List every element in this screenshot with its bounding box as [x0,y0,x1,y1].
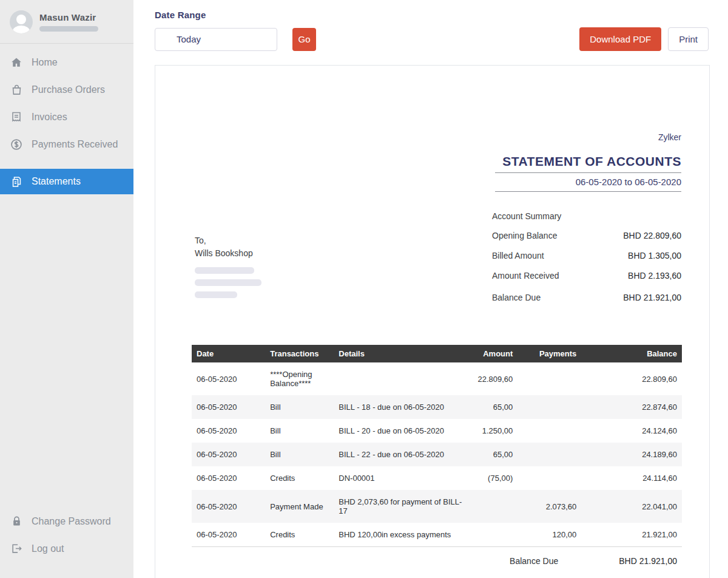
toolbar: Date Range Today Go Download PDF Print [133,0,728,51]
sidebar-item-invoices[interactable]: Invoices [0,103,133,131]
sidebar-item-statements[interactable]: Statements [0,169,133,194]
cell-date: 06-05-2020 [192,466,265,490]
cell-transaction: Bill [265,395,334,419]
address-placeholder-bar [195,279,261,286]
col-transactions: Transactions [265,345,334,362]
sidebar-item-purchase-orders[interactable]: Purchase Orders [0,76,133,103]
footer-balance-due-label: Balance Due [510,556,558,566]
statement-title: STATEMENT OF ACCOUNTS [495,154,681,173]
table-row: 06-05-2020 Bill BILL - 22 - due on 06-05… [192,443,682,466]
company-name: Zylker [155,132,709,142]
statement-title-block: STATEMENT OF ACCOUNTS 06-05-2020 to 06-0… [495,154,681,192]
avatar [10,10,33,33]
user-panel: Masun Wazir [0,0,133,44]
cell-amount: (75,00) [471,466,518,490]
cell-date: 06-05-2020 [192,523,265,546]
sidebar-item-payments-received[interactable]: Payments Received [0,131,133,158]
billed-amount-value: BHD 1.305,00 [628,251,681,260]
account-summary: Account Summary Opening Balance BHD 22.8… [492,211,681,313]
sidebar-menu: Home Purchase Orders Invoices Payments R… [0,44,133,194]
opening-balance-value: BHD 22.809,60 [623,231,681,240]
date-range-label: Date Range [155,10,709,20]
cell-date: 06-05-2020 [192,443,265,466]
download-pdf-button[interactable]: Download PDF [579,27,661,51]
sidebar-item-label: Log out [32,543,64,554]
cell-balance: 24.124,60 [581,419,682,443]
user-subtitle-placeholder [39,26,98,32]
balance-due-value: BHD 21.921,00 [623,293,681,302]
sidebar-item-label: Payments Received [32,139,118,150]
sidebar-item-label: Invoices [32,112,67,123]
cell-transaction: Credits [265,523,334,546]
col-payments: Payments [517,345,581,362]
balance-due-label: Balance Due [492,293,541,302]
cell-payments [517,419,581,443]
table-row: 06-05-2020 Payment Made BHD 2,073,60 for… [192,490,682,523]
go-button[interactable]: Go [292,28,316,51]
amount-received-label: Amount Received [492,271,559,280]
table-row: 06-05-2020 ****Opening Balance**** 22.80… [192,362,682,395]
cell-transaction: Bill [265,443,334,466]
cell-amount [471,523,518,546]
print-button[interactable]: Print [668,27,709,51]
receipt-icon [10,110,23,124]
logout-icon [10,542,23,556]
cell-details: DN-00001 [334,466,471,490]
lock-icon [10,515,23,528]
sidebar-footer: Change Password Log out [0,508,133,578]
cell-details: BHD 2,073,60 for payment of BILL-17 [334,490,471,523]
sidebar-item-logout[interactable]: Log out [0,535,133,562]
table-header-row: Date Transactions Details Amount Payment… [192,345,682,362]
cell-payments: 2.073,60 [517,490,581,523]
cell-amount [471,490,518,523]
cell-payments: 120,00 [517,523,581,546]
sidebar: Masun Wazir Home Purchase Orders Invoice… [0,0,133,578]
sidebar-item-label: Purchase Orders [32,84,105,95]
account-summary-heading: Account Summary [492,211,681,221]
col-balance: Balance [581,345,682,362]
cell-amount: 22.809,60 [471,362,518,395]
cell-payments [517,395,581,419]
billed-amount-label: Billed Amount [492,251,544,260]
cell-transaction: Bill [265,419,334,443]
cell-balance: 24.114,60 [581,466,682,490]
address-placeholder-bar [195,291,237,298]
sidebar-item-label: Statements [32,176,81,187]
col-date: Date [192,345,265,362]
sidebar-item-label: Change Password [32,516,111,527]
home-icon [10,56,23,69]
transactions-table-wrap: Date Transactions Details Amount Payment… [192,345,682,574]
dollar-circle-icon [10,138,23,151]
amount-received-value: BHD 2.193,60 [628,271,681,280]
cell-payments [517,362,581,395]
cell-balance: 22.874,60 [581,395,682,419]
footer-balance-due-value: BHD 21.921,00 [619,556,677,566]
transactions-table: Date Transactions Details Amount Payment… [192,345,682,546]
cell-transaction: ****Opening Balance**** [265,362,334,395]
date-range-select[interactable]: Today [155,28,277,51]
cell-balance: 22.809,60 [581,362,682,395]
col-amount: Amount [471,345,518,362]
statement-period: 06-05-2020 to 06-05-2020 [495,173,681,192]
cell-amount: 1.250,00 [471,419,518,443]
sidebar-item-home[interactable]: Home [0,49,133,76]
cell-date: 06-05-2020 [192,395,265,419]
table-row: 06-05-2020 Bill BILL - 20 - due on 06-05… [192,419,682,443]
cell-payments [517,466,581,490]
cell-date: 06-05-2020 [192,490,265,523]
cell-details [334,362,471,395]
main-content: Date Range Today Go Download PDF Print Z… [133,0,728,578]
cell-transaction: Payment Made [265,490,334,523]
sidebar-item-change-password[interactable]: Change Password [0,508,133,535]
date-range-value: Today [177,34,201,44]
cell-transaction: Credits [265,466,334,490]
address-placeholder-bar [195,267,254,274]
table-footer: Balance DueBHD 21.921,00 [192,546,682,574]
table-row: 06-05-2020 Credits BHD 120,00in excess p… [192,523,682,546]
cell-amount: 65,00 [471,395,518,419]
cell-details: BHD 120,00in excess payments [334,523,471,546]
recipient-block: To, Wills Bookshop [195,234,261,313]
cell-balance: 22.041,00 [581,490,682,523]
cell-details: BILL - 20 - due on 06-05-2020 [334,419,471,443]
cell-details: BILL - 18 - due on 06-05-2020 [334,395,471,419]
